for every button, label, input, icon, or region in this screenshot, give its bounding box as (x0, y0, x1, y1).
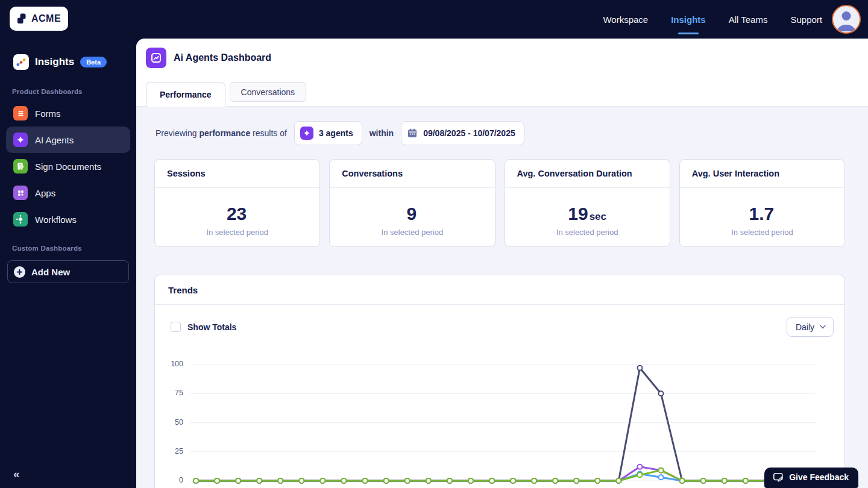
sidebar-item-ai-agents[interactable]: AI Agents (6, 127, 130, 153)
series-green-point (659, 468, 664, 473)
date-range-label: 09/08/2025 - 10/07/2025 (423, 128, 515, 138)
nav-item-all-teams[interactable]: All Teams (729, 11, 768, 28)
tab-conversations[interactable]: Conversations (230, 82, 307, 102)
filter-connector: within (370, 128, 394, 138)
sidebar-title: Insights (35, 56, 74, 68)
feedback-icon (773, 472, 784, 483)
stat-card-value: 9 (407, 204, 417, 224)
trends-card: Trends Show Totals Daily 0255075100 (154, 275, 845, 488)
series-green-point (341, 478, 346, 483)
nav-item-support[interactable]: Support (790, 11, 822, 28)
sidebar-item-label: Workflows (35, 214, 77, 225)
agents-select-button[interactable]: 3 agents (294, 121, 362, 145)
page-title: Ai Agents Dashboard (174, 52, 271, 63)
stat-card-unit: sec (590, 211, 606, 222)
stat-card-subtitle: In selected period (382, 228, 444, 237)
sidebar-item-label: Apps (35, 188, 55, 198)
series-green-point (511, 478, 515, 483)
series-green-point (743, 478, 748, 483)
stat-card-subtitle: In selected period (731, 228, 793, 237)
show-totals-checkbox[interactable] (171, 322, 181, 332)
series-green-point (193, 478, 198, 483)
nav-item-workspace[interactable]: Workspace (603, 11, 648, 28)
stat-card-value: 23 (227, 204, 247, 224)
dashboard-header: Ai Agents Dashboard Performance Conversa… (136, 39, 868, 107)
nav-item-insights[interactable]: Insights (671, 11, 706, 28)
sidebar: Insights Beta Product Dashboards Forms A… (0, 39, 136, 488)
series-green-point (489, 478, 494, 483)
section-label-custom-dashboards: Custom Dashboards (0, 233, 136, 257)
person-icon (833, 6, 860, 33)
stat-cards-row: Sessions 23 In selected period Conversat… (154, 159, 845, 247)
stat-card-subtitle: In selected period (556, 228, 618, 237)
give-feedback-button[interactable]: Give Feedback (764, 468, 858, 488)
avatar[interactable] (832, 5, 861, 34)
sidebar-item-label: Sign Documents (35, 161, 101, 172)
tab-performance[interactable]: Performance (146, 82, 225, 107)
workflows-icon (13, 212, 28, 227)
sign-documents-icon (13, 159, 28, 174)
stat-card-title: Conversations (330, 160, 494, 188)
sidebar-item-workflows[interactable]: Workflows (6, 206, 130, 233)
stat-card-value: 1.7 (749, 204, 775, 224)
section-label-product-dashboards: Product Dashboards (0, 76, 136, 100)
acme-logo[interactable]: ACME (10, 7, 68, 31)
series-green-point (616, 478, 621, 483)
show-totals-toggle[interactable]: Show Totals (171, 322, 236, 332)
chevron-down-icon (820, 325, 826, 329)
series-green-point (363, 478, 368, 483)
plus-icon (14, 266, 25, 278)
y-axis-label: 0 (159, 476, 183, 484)
sidebar-item-sign-documents[interactable]: Sign Documents (6, 153, 130, 180)
y-axis-label: 25 (159, 447, 183, 455)
date-range-button[interactable]: 09/08/2025 - 10/07/2025 (401, 121, 524, 145)
series-green-point (257, 478, 262, 483)
stat-card-subtitle: In selected period (206, 228, 268, 237)
series-green-point (532, 478, 536, 483)
series-purple-line (196, 467, 809, 481)
topbar: ACME Workspace Insights All Teams Suppor… (0, 0, 868, 39)
give-feedback-label: Give Feedback (789, 472, 849, 482)
add-new-label: Add New (31, 267, 70, 277)
series-purple-point (637, 465, 642, 469)
series-green-point (405, 478, 410, 483)
series-green-point (215, 478, 219, 483)
y-axis-label: 100 (159, 360, 183, 368)
add-new-button[interactable]: Add New (7, 260, 129, 283)
stat-card-avg-conversation-duration: Avg. Conversation Duration 19sec In sele… (505, 159, 670, 247)
collapse-sidebar-icon[interactable]: « (13, 468, 20, 481)
agent-sparkle-icon (300, 127, 313, 140)
acme-logo-icon (16, 13, 28, 25)
trends-title: Trends (155, 275, 844, 305)
interval-dropdown[interactable]: Daily (787, 317, 834, 337)
series-green-point (320, 478, 325, 483)
series-green-point (701, 478, 706, 483)
series-green-point (426, 478, 431, 483)
main-panel: Ai Agents Dashboard Performance Conversa… (136, 39, 868, 488)
series-green-point (722, 478, 727, 483)
series-blue-point (659, 475, 664, 480)
stat-card-title: Avg. User Interaction (680, 160, 844, 188)
stat-card-sessions: Sessions 23 In selected period (154, 159, 320, 247)
stat-card-title: Sessions (155, 160, 319, 188)
series-green-point (595, 478, 600, 483)
topbar-nav: Workspace Insights All Teams Support (603, 0, 822, 39)
series-blue-line (196, 474, 809, 481)
sidebar-item-apps[interactable]: Apps (6, 180, 130, 206)
sidebar-item-label: Forms (35, 108, 61, 119)
sidebar-item-forms[interactable]: Forms (6, 100, 130, 127)
show-totals-label: Show Totals (187, 322, 236, 332)
series-indigo-line (196, 368, 809, 481)
series-green-point (299, 478, 304, 483)
series-indigo-point (637, 366, 642, 371)
sidebar-header: Insights Beta (0, 39, 136, 76)
filter-text: Previewing performance results of (156, 128, 287, 138)
sidebar-item-label: AI Agents (35, 135, 74, 145)
interval-selected-label: Daily (796, 322, 814, 332)
series-green-point (384, 478, 389, 483)
insights-icon (13, 54, 29, 70)
y-axis-label: 75 (159, 389, 183, 397)
forms-icon (13, 106, 28, 120)
calendar-icon (407, 128, 418, 139)
agents-select-label: 3 agents (319, 128, 353, 138)
